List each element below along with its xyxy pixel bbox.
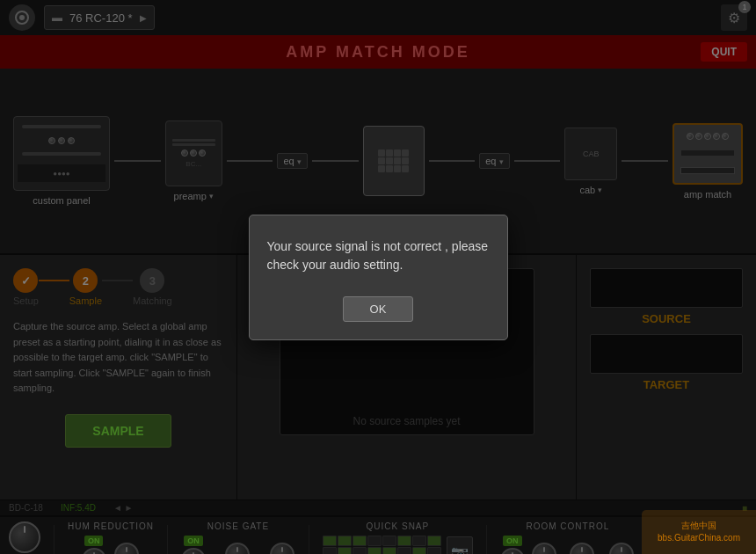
dialog-footer: OK <box>267 296 490 322</box>
ok-button[interactable]: OK <box>343 296 414 322</box>
error-dialog: Your source signal is not correct , plea… <box>249 215 508 340</box>
watermark-text: 吉他中国bbs.GuitarChina.com <box>658 520 740 544</box>
modal-overlay: Your source signal is not correct , plea… <box>0 0 756 554</box>
watermark: 吉他中国bbs.GuitarChina.com <box>642 510 756 554</box>
dialog-message: Your source signal is not correct , plea… <box>267 237 490 274</box>
